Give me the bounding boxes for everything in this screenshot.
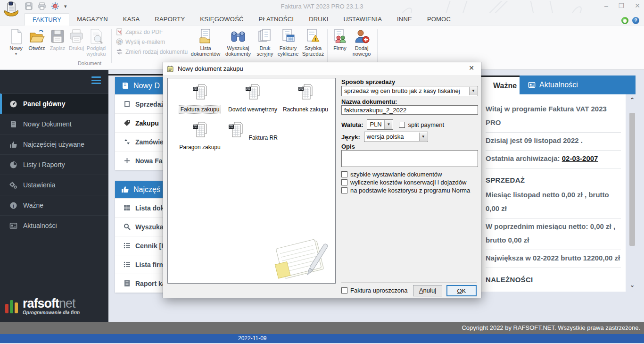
norma-estimate-checkbox[interactable] [341, 187, 347, 193]
dashboard-icon [9, 100, 17, 108]
sidebar-item-listy-i-raporty[interactable]: Listy i Raporty [0, 154, 108, 175]
news-icon [528, 81, 536, 89]
invoice-calculator-icon [296, 83, 315, 102]
save-pdf-button[interactable]: Zapisz do PDF [116, 28, 163, 35]
doc-type-paragon-zakupu[interactable]: Paragon zakupu [173, 121, 226, 151]
list-icon [124, 261, 131, 268]
tab-pomoc[interactable]: POMOC [420, 13, 458, 25]
sidebar-item-panel-glowny[interactable]: Panel główny [0, 93, 108, 114]
document-list-icon [198, 28, 214, 44]
firms-people-icon [332, 28, 348, 44]
report-icon [124, 280, 131, 287]
split-payment-option[interactable]: split payment [399, 121, 444, 128]
sidebar-item-najczesciej-uzywane[interactable]: Najczęściej używane [0, 134, 108, 154]
doc-name-input[interactable] [341, 105, 478, 115]
dropdown-arrow-icon[interactable]: ▼ [419, 133, 427, 141]
tab-aktualnosci[interactable]: Aktualności [520, 76, 636, 94]
ok-button[interactable]: OK [446, 285, 477, 296]
max-sales-text: Największa w 02-2022 brutto 12200,00 zł [486, 250, 621, 268]
dialog-nowy-dokument-zakupu: Nowy dokument zakupu ✕ Faktura zakupu Do… [163, 62, 481, 298]
ledger-icon [124, 101, 131, 108]
month-sales-text: Miesiąc listopad netto 0,00 zł , brutto … [486, 187, 621, 218]
dialog-close-button[interactable]: ✕ [467, 64, 476, 73]
tab-faktury[interactable]: FAKTURY [25, 13, 69, 25]
copyright-text: Copyright 2022 by RAFSOFT.NET. Wszystkie… [462, 324, 640, 331]
swap-arrows-icon [116, 48, 123, 55]
dropdown-arrow-icon[interactable]: ▼ [384, 120, 392, 129]
language-select[interactable]: wersja polska ▼ [364, 132, 428, 142]
svg-text:@: @ [117, 40, 122, 44]
sort-arrows-icon [124, 138, 131, 145]
serial-print-button[interactable]: Druk seryjny [255, 28, 275, 57]
send-email-button[interactable]: @ Wyślij e-mailem [116, 38, 165, 45]
scroll-down-icon[interactable]: ⌄ [628, 282, 636, 289]
minimize-button[interactable]: – [604, 2, 608, 9]
info-panel-content: Witaj w programie Faktura VAT 2023 PRO D… [481, 94, 626, 292]
option-maintenance-costs[interactable]: wyliczenie kosztów konserwacji i dojazdó… [341, 179, 466, 186]
tab-kasa[interactable]: KASA [116, 13, 147, 25]
dialog-title-bar: Nowy dokument zakupu ✕ [163, 62, 481, 75]
print-preview-button[interactable]: Podgląd wydruku [84, 28, 108, 57]
dues-heading: NALEŻNOŚCI [486, 268, 621, 286]
doc-type-faktura-zakupu[interactable]: Faktura zakupu [173, 83, 226, 113]
add-person-icon [354, 28, 370, 44]
tab-platnosci[interactable]: PŁATNOŚCI [251, 13, 302, 25]
firms-button[interactable]: Firmy [330, 28, 350, 51]
doc-type-faktura-rr[interactable]: Faktura RR [226, 121, 279, 142]
description-textarea[interactable] [341, 150, 478, 167]
split-payment-checkbox[interactable] [399, 122, 405, 128]
tab-ustawienia[interactable]: USTAWIENIA [336, 13, 389, 25]
today-text: Dzisiaj jest 09 listopad 2022 . [486, 133, 621, 151]
tab-inne[interactable]: INNE [389, 13, 420, 25]
document-type-listbox[interactable]: Faktura zakupu Dowód wewnętrzny Rachunek… [167, 78, 336, 284]
restore-button[interactable]: ❐ [619, 2, 625, 9]
tab-raporty[interactable]: RAPORTY [147, 13, 192, 25]
new-dropdown-caret[interactable]: ▾ [15, 51, 17, 56]
doc-type-rachunek-zakupu[interactable]: Rachunek zakupu [279, 83, 332, 113]
tab-magazyn[interactable]: MAGAZYN [69, 13, 116, 25]
tab-wazne[interactable]: i Ważne [481, 76, 520, 94]
maintenance-costs-checkbox[interactable] [341, 179, 347, 185]
prev-month-sales-text: W poprzednim miesiącu netto: 0,00 zł , b… [486, 218, 621, 250]
quick-sale-button[interactable]: ! Szybka Sprzedaż [301, 28, 325, 57]
print-preview-icon [88, 28, 104, 44]
doc-type-dowod-wewnetrzny[interactable]: Dowód wewnętrzny [226, 83, 279, 113]
archive-date-link[interactable]: 02-03-2007 [562, 154, 598, 162]
option-norma-estimate[interactable]: na podstawie kosztorysu z programu Norma [341, 187, 470, 194]
search-documents-button[interactable]: Wyszukaj dokumenty [223, 28, 254, 57]
status-bar: Copyright 2022 by RAFSOFT.NET. Wszystkie… [0, 322, 644, 334]
help-icon[interactable]: ? [632, 17, 639, 24]
close-window-button[interactable]: ✕ [635, 2, 640, 9]
info-scrollbar[interactable]: ⌃ ⌄ [628, 97, 636, 289]
scroll-thumb[interactable] [629, 113, 635, 246]
tab-druki[interactable]: DRUKI [301, 13, 336, 25]
currency-select[interactable]: PLN ▼ [367, 119, 393, 130]
tab-ksiegowosc[interactable]: KSIĘGOWOŚĆ [192, 13, 251, 25]
dropdown-arrow-icon[interactable]: ▼ [469, 87, 477, 95]
gears-icon [9, 181, 17, 189]
sidebar-item-ustawienia[interactable]: Ustawienia [0, 175, 108, 195]
simplified-invoice-option[interactable]: Faktura uproszczona [341, 287, 407, 294]
currency-label: Waluta: [341, 121, 363, 128]
sidebar-item-wazne[interactable]: i Ważne [0, 195, 108, 215]
cancel-button[interactable]: Anuluj [413, 285, 442, 296]
online-status-icon[interactable]: ◉ [621, 17, 628, 24]
document-list-button[interactable]: Lista dokumentów [190, 28, 221, 57]
invoice-calculator-icon [243, 83, 262, 102]
sale-method-select[interactable]: sprzedaż wg cen brutto jak z kasy fiskal… [341, 86, 478, 96]
dialog-divider [341, 282, 477, 283]
date-bar: 2022-11-09 [0, 334, 644, 343]
email-icon: @ [116, 38, 123, 45]
option-quick-issue[interactable]: szybkie wystawianie dokumentów [341, 171, 442, 178]
menu-toggle-icon[interactable] [91, 76, 101, 84]
thumbs-up-icon [9, 141, 17, 149]
sidebar-item-aktualnosci[interactable]: Aktualności [0, 215, 108, 235]
simplified-invoice-checkbox[interactable] [341, 287, 347, 294]
cyclic-invoices-button[interactable]: Faktury cykliczne [275, 28, 301, 57]
change-doc-type-button[interactable]: Zmień rodzaj dokumentu [116, 48, 188, 55]
add-contractor-button[interactable]: Dodaj nowego [350, 28, 373, 57]
app-logo-icon [3, 1, 20, 18]
quick-issue-checkbox[interactable] [341, 171, 347, 177]
scroll-up-icon[interactable]: ⌃ [628, 97, 636, 104]
sidebar-item-nowy-dokument[interactable]: Nowy Dokument [0, 114, 108, 134]
